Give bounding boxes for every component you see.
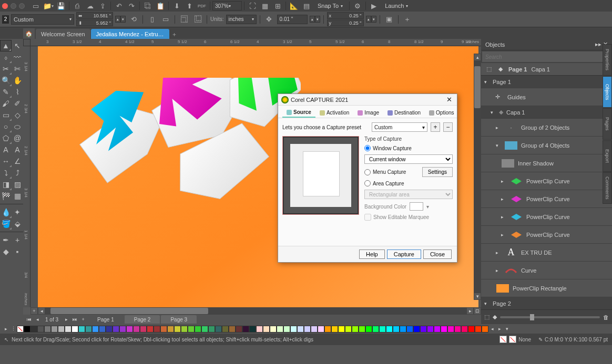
swatch[interactable] — [359, 326, 365, 332]
swatch[interactable] — [44, 326, 51, 332]
page-props-icon[interactable]: ⬚ — [485, 66, 493, 73]
objects-group4[interactable]: ▾Group of 4 Objects — [481, 137, 612, 154]
pdf-button[interactable]: PDF — [196, 0, 208, 12]
swatch[interactable] — [119, 326, 126, 332]
preset-remove-button[interactable]: − — [443, 122, 453, 132]
swatch[interactable] — [461, 326, 468, 332]
swatch[interactable] — [482, 326, 488, 332]
horizontal-scrollbar[interactable]: + ◂ ▸ ⊡ — [23, 307, 481, 315]
lock-aspect-icon[interactable]: ⟲ — [128, 14, 139, 25]
last-page-button[interactable]: ⏭ — [71, 316, 78, 323]
rectangle-tool[interactable]: ▭ — [0, 109, 12, 121]
launch-icon[interactable]: ▶ — [368, 0, 380, 12]
swatch[interactable] — [331, 326, 338, 332]
add-page-button[interactable]: + — [79, 316, 87, 323]
current-window-select[interactable]: Current window — [364, 154, 453, 164]
swatch[interactable] — [393, 326, 400, 332]
delete-icon[interactable]: 🗑 — [603, 314, 609, 320]
swatch[interactable] — [324, 326, 331, 332]
outline-tool[interactable]: + — [12, 234, 23, 246]
swatch[interactable] — [420, 326, 427, 332]
swatch[interactable] — [154, 326, 160, 332]
window-capture-radio[interactable]: Window Capture — [364, 145, 453, 151]
swatch[interactable] — [99, 326, 106, 332]
page-preset-combo[interactable]: Custom▾ — [11, 14, 74, 25]
text-tool[interactable]: A — [0, 144, 12, 155]
swatch[interactable] — [174, 326, 181, 332]
spin-down[interactable]: ▾ — [120, 16, 126, 23]
palette-menu-button[interactable]: ⋮ — [9, 325, 17, 332]
settings-button[interactable]: Settings — [422, 167, 453, 177]
swatch[interactable] — [441, 326, 447, 332]
mesh-fill-tool[interactable]: ⬙ — [12, 218, 23, 230]
swatch[interactable] — [400, 326, 406, 332]
swatch[interactable] — [92, 326, 99, 332]
landscape-button[interactable]: ▭ — [160, 14, 171, 25]
shape-tool[interactable]: ⬨ — [0, 51, 12, 63]
artistic-media-tool[interactable]: 🖌 — [0, 98, 12, 109]
dialog-tab-source[interactable]: Source — [282, 108, 315, 118]
pages-layout-button[interactable]: ⿹ — [178, 14, 190, 25]
redo-button[interactable]: ↷ — [126, 0, 137, 12]
swatch[interactable] — [51, 326, 58, 332]
swatch[interactable] — [229, 326, 236, 332]
swatch[interactable] — [468, 326, 475, 332]
swatch[interactable] — [133, 326, 140, 332]
paste-button[interactable]: 📋 — [155, 0, 166, 12]
copy-button[interactable]: ⿻ — [142, 0, 154, 12]
tab-document[interactable]: Jedalias Mendez - Extru… — [91, 29, 169, 39]
swatch[interactable] — [454, 326, 461, 332]
dialog-tab-options[interactable]: Options — [425, 108, 458, 118]
page-width-input[interactable]: ⬌10.581 " — [76, 12, 113, 19]
import-button[interactable]: ⬇ — [171, 0, 182, 12]
drop-shadow-tool[interactable]: ◨ — [0, 179, 12, 190]
interactive-fill-tool[interactable]: ▪ — [12, 246, 23, 257]
page-tab-3[interactable]: Page 3 — [161, 315, 197, 324]
objects-page1-header[interactable]: ▾Page 1 — [481, 76, 612, 88]
launch-button[interactable]: Launch▾ — [381, 1, 412, 11]
bg-color-swatch[interactable] — [410, 202, 423, 211]
attributes-eyedropper-tool[interactable]: ✦ — [12, 206, 23, 218]
preset-add-button[interactable]: + — [431, 122, 440, 132]
swatch[interactable] — [406, 326, 413, 332]
palette-expand-button[interactable]: ▸ — [2, 325, 9, 332]
swatch[interactable] — [106, 326, 113, 332]
horizontal-ruler[interactable]: 3 3 1/2 4 4 1/2 5 5 1/2 6 6 1/2 4 3 1/2 … — [30, 39, 481, 46]
swatch[interactable] — [304, 326, 311, 332]
vertical-ruler[interactable]: 3 1/4 2 3/4 2 1/4 3 1/4 1 1/4 3/4 inches — [23, 46, 30, 307]
window-minimize-mac[interactable] — [11, 3, 16, 9]
undo-button[interactable]: ↶ — [113, 0, 125, 12]
swatch[interactable] — [297, 326, 304, 332]
menu-capture-radio[interactable]: Menu Capture — [364, 169, 406, 175]
objects-page2-header[interactable]: ▾Page 2 — [481, 297, 612, 309]
palette-expand-all[interactable]: ▾ — [503, 325, 511, 332]
save-button[interactable]: 💾 — [55, 0, 67, 12]
objects-curve[interactable]: ▸Curve — [481, 262, 612, 279]
knife-tool[interactable]: ✄ — [12, 63, 23, 75]
objects-group2[interactable]: ▸·Group of 2 Objects👁 — [481, 119, 612, 137]
pan-tool[interactable]: ✋ — [12, 75, 23, 86]
next-page-button[interactable]: ▸ — [63, 316, 70, 323]
connector-tool[interactable]: ⤵ — [0, 167, 12, 179]
outline-indicator[interactable] — [509, 336, 516, 343]
preset-combo[interactable]: Custom▾ — [372, 122, 427, 132]
objects-guides[interactable]: ✛Guides🖨 — [481, 88, 612, 106]
smooth-tool[interactable]: 〰 — [12, 51, 23, 63]
home-button[interactable]: 🏠 — [23, 28, 35, 39]
swatch[interactable] — [140, 326, 147, 332]
spiral-tool[interactable]: @ — [12, 132, 23, 144]
options-button[interactable]: ⚙ — [352, 0, 363, 12]
dialog-close-button[interactable]: ✕ — [444, 95, 454, 105]
swatch[interactable] — [222, 326, 229, 332]
swatch[interactable] — [37, 326, 44, 332]
fill-indicator[interactable] — [499, 336, 507, 343]
dialog-tab-image[interactable]: Image — [353, 108, 383, 118]
swatch[interactable] — [58, 326, 65, 332]
swatch[interactable] — [365, 326, 372, 332]
swatch[interactable] — [249, 326, 256, 332]
swatch[interactable] — [352, 326, 359, 332]
envelope-tool[interactable]: ▨ — [12, 179, 23, 190]
help-button[interactable]: Help — [359, 249, 385, 259]
smart-fill-tool[interactable]: ◆ — [0, 246, 12, 257]
prev-page-button[interactable]: ◂ — [34, 316, 41, 323]
